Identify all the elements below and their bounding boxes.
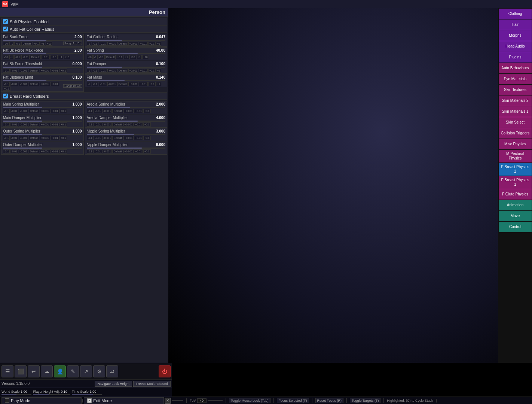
app-logo: VA <box>2 1 8 7</box>
navigate-lock-btn[interactable]: Navigate Lock Height <box>95 381 132 387</box>
nav-animation[interactable]: Animation <box>499 200 532 210</box>
nipple-damper-mult-label: Nipple Damper Multiplier <box>87 143 128 147</box>
toolbar-undo-icon[interactable]: ↩ <box>28 365 40 377</box>
main-damper-mult-label: Main Damper Multiplier <box>3 116 42 120</box>
fat-bk-max-force-slider[interactable] <box>3 53 82 54</box>
fat-spring-slider[interactable] <box>87 53 166 54</box>
fov-section: FoV <box>190 398 226 403</box>
main-spring-mult-label: Main Spring Multiplier <box>3 102 39 106</box>
nav-misc-physics[interactable]: Misc Physics <box>499 139 532 149</box>
toolbar-edit-icon[interactable]: ✎ <box>67 365 79 377</box>
nipple-damper-mult-slider[interactable] <box>87 148 166 149</box>
nav-morphs[interactable]: Morphs <box>499 30 532 41</box>
outer-damper-mult-slider[interactable] <box>3 148 82 149</box>
character-view <box>168 8 498 363</box>
nav-clothing[interactable]: Clothing <box>499 9 532 19</box>
edit-mode-btn[interactable]: ✓ Edit Mode <box>84 397 164 404</box>
time-scale-slider[interactable] <box>72 394 102 395</box>
fov-input[interactable] <box>197 398 207 403</box>
world-scale-value: 1.00 <box>21 390 27 394</box>
mode-close-btn[interactable]: ✕ <box>165 398 171 404</box>
areola-damper-mult-slider[interactable] <box>87 121 166 122</box>
areola-spring-mult-slider[interactable] <box>87 107 166 108</box>
bottom-controls: ☰ ⬛ ↩ ☁ 👤 ✎ ↗ ⚙ ⇄ ⏻ Version: 1.15.0.0 Na… <box>0 363 172 404</box>
left-panel: Person Soft Physics Enabled Auto Fat Col… <box>0 8 168 363</box>
soft-physics-checkbox[interactable] <box>3 19 8 24</box>
toolbar-settings-icon[interactable]: ⚙ <box>93 365 105 377</box>
focus-selected-section[interactable]: Focus Selected (F) <box>277 398 312 403</box>
fov-slider[interactable] <box>208 400 223 401</box>
auto-fat-checkbox[interactable] <box>3 27 8 31</box>
outer-damper-mult-label: Outer Damper Multiplier <box>3 143 43 147</box>
fat-spring-block: Fat Spring 40.00 -10-1-0.1Default+0.1+1+… <box>85 47 168 60</box>
soft-physics-label: Soft Physics Enabled <box>10 19 49 24</box>
player-height-slider[interactable] <box>33 394 70 395</box>
world-scale-label: World Scale <box>1 390 19 394</box>
nav-hair[interactable]: Hair <box>499 19 532 30</box>
play-mode-btn[interactable]: Play Mode <box>1 397 82 404</box>
nav-collision-triggers[interactable]: Collision Triggers <box>499 128 532 139</box>
fat-distance-limit-slider[interactable] <box>3 80 82 81</box>
nav-skin-select[interactable]: Skin Select <box>499 117 532 128</box>
nav-f-breast-physics-1[interactable]: F Breast Physics 1 <box>499 176 532 189</box>
toolbar-select-icon[interactable]: ↗ <box>80 365 92 377</box>
soft-physics-row: Soft Physics Enabled <box>1 18 167 25</box>
viewport <box>168 8 498 363</box>
nav-skin-textures[interactable]: Skin Textures <box>499 85 532 95</box>
nav-move[interactable]: Move <box>499 211 532 221</box>
nav-skin-materials-2[interactable]: Skin Materials 2 <box>499 95 532 106</box>
nav-eye-materials[interactable]: Eye Materials <box>499 74 532 84</box>
fat-spring-label: Fat Spring <box>87 48 104 52</box>
toggle-targets-btn[interactable]: Toggle Targets (T) <box>350 398 380 403</box>
outer-spring-mult-slider[interactable] <box>3 134 82 135</box>
title-bar: VA VaM <box>0 0 532 8</box>
focus-selected-btn[interactable]: Focus Selected (F) <box>277 398 309 403</box>
auto-fat-row: Auto Fat Collider Radius <box>1 25 167 33</box>
fat-mass-slider[interactable] <box>87 80 166 81</box>
fat-damper-slider[interactable] <box>87 67 166 68</box>
toolbar-power-icon[interactable]: ⏻ <box>159 365 171 377</box>
nipple-spring-mult-slider[interactable] <box>87 134 166 135</box>
nav-auto-behaviours[interactable]: Auto Behaviours <box>499 63 532 73</box>
breast-hard-checkbox[interactable] <box>3 94 8 98</box>
toggle-targets-section[interactable]: Toggle Targets (T) <box>350 398 384 403</box>
nav-head-audio[interactable]: Head Audio <box>499 41 532 52</box>
fat-bk-threshold-slider[interactable] <box>3 67 82 68</box>
main-spring-mult-slider[interactable] <box>3 107 82 108</box>
reset-focus-section[interactable]: Reset Focus (R) <box>315 398 347 403</box>
fat-bk-threshold-value: 0.000 <box>72 62 82 66</box>
freeze-motion-btn[interactable]: Freeze Motion/Sound <box>133 381 171 387</box>
fat-collider-radius-slider[interactable] <box>87 40 166 41</box>
toolbar-menu-icon[interactable]: ☰ <box>1 365 13 377</box>
nav-m-pectoral-physics[interactable]: M Pectoral Physics <box>499 150 532 162</box>
toolbar-cloud-icon[interactable]: ☁ <box>41 365 53 377</box>
nav-plugins[interactable]: Plugins <box>499 52 532 63</box>
nav-f-glute-physics[interactable]: F Glute Physics <box>499 189 532 200</box>
fat-collider-radius-block: Fat Collider Radius 0.047 -1-0.1-0.01-0.… <box>85 34 168 47</box>
world-scale-slider[interactable] <box>1 394 31 395</box>
nav-skin-materials-1[interactable]: Skin Materials 1 <box>499 106 532 117</box>
version-text: Version: 1.15.0.0 <box>1 382 30 386</box>
areola-spring-mult-label: Areola Spring Multiplier <box>87 102 125 106</box>
time-scale-label: Time Scale <box>72 390 89 394</box>
main-damper-mult-slider[interactable] <box>3 121 82 122</box>
toggle-mouse-btn[interactable]: Toggle Mouse Look (Tab) <box>229 398 270 403</box>
toggle-mouse-section[interactable]: Toggle Mouse Look (Tab) <box>229 398 274 403</box>
reset-focus-btn[interactable]: Reset Focus (R) <box>315 398 344 403</box>
app-title: VaM <box>10 2 19 6</box>
nav-control[interactable]: Control <box>499 222 532 232</box>
areola-damper-mult-value: 4.000 <box>156 116 165 120</box>
person-header: Person <box>0 8 168 16</box>
time-scale-value: 1.00 <box>90 390 97 394</box>
toolbar-person-icon[interactable]: 👤 <box>54 365 66 377</box>
outer-spring-mult-block: Outer Spring Multiplier 1.000 -0.1-0.01-… <box>1 128 84 141</box>
fat-bk-threshold-label: Fat Bk Force Threshold <box>3 62 42 66</box>
nav-f-breast-physics-2[interactable]: F Breast Physics 2 <box>499 163 532 176</box>
toolbar-scene-icon[interactable]: ⬛ <box>15 365 27 377</box>
nipple-damper-mult-block: Nipple Damper Multiplier 6.000 -0.1-0.01… <box>85 142 168 155</box>
nipple-spring-mult-value: 3.000 <box>156 129 165 133</box>
fat-back-force-block: Fat Back Force 2.00 -10-1-0.1Default+0.1… <box>1 34 84 47</box>
fat-collider-radius-label: Fat Collider Radius <box>87 35 119 39</box>
fat-back-force-slider[interactable] <box>3 40 82 41</box>
toolbar-share-icon[interactable]: ⇄ <box>106 365 118 377</box>
